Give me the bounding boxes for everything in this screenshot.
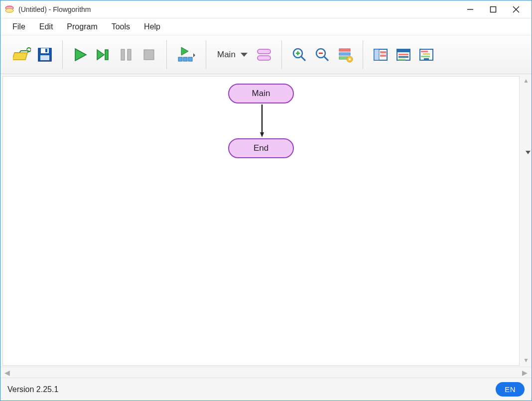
svg-rect-19: [183, 57, 187, 61]
gantt-panel-icon: [418, 47, 434, 62]
close-button[interactable]: [505, 1, 528, 17]
zoom-in-icon: [291, 47, 307, 63]
svg-rect-31: [339, 49, 350, 51]
svg-rect-13: [105, 50, 108, 60]
flow-end-node[interactable]: End: [228, 138, 294, 158]
layout-gear-icon: [337, 47, 353, 63]
zoom-out-icon: [314, 47, 330, 63]
function-manager-button[interactable]: [253, 43, 275, 66]
open-folder-icon: [13, 47, 31, 63]
menu-edit[interactable]: Edit: [32, 19, 60, 34]
toolgroup-function: Main: [208, 40, 279, 69]
svg-rect-9: [45, 49, 47, 52]
function-selector[interactable]: Main: [212, 50, 253, 60]
save-floppy-icon: [37, 47, 53, 63]
svg-rect-48: [421, 56, 430, 57]
menu-tools[interactable]: Tools: [105, 19, 137, 34]
svg-rect-16: [144, 50, 154, 60]
flow-start-label: Main: [252, 89, 270, 99]
console-button[interactable]: [392, 43, 415, 66]
svg-rect-46: [421, 51, 428, 52]
console-panel-icon: [396, 47, 411, 62]
chevron-down-icon: [241, 53, 248, 57]
pause-button[interactable]: [115, 43, 137, 66]
menu-program[interactable]: Program: [60, 19, 104, 34]
menu-help[interactable]: Help: [137, 19, 167, 34]
svg-rect-44: [399, 59, 405, 60]
stop-button[interactable]: [137, 43, 160, 66]
panel-split-icon: [373, 47, 389, 62]
svg-rect-18: [178, 57, 182, 61]
svg-line-25: [301, 57, 305, 61]
svg-rect-15: [128, 49, 131, 60]
toolbar-separator: [206, 40, 206, 69]
terminals-icon: [256, 47, 272, 62]
toolbar-overflow-icon[interactable]: [526, 149, 531, 156]
toolbar-separator: [166, 40, 167, 69]
stop-icon: [141, 47, 156, 62]
scroll-right-icon: ▶: [522, 369, 528, 377]
horizontal-scrollbar[interactable]: ◀ ▶: [0, 367, 532, 378]
svg-rect-47: [423, 53, 430, 55]
svg-marker-17: [181, 47, 188, 55]
content-area: Main End ▲ ▼: [0, 74, 532, 367]
svg-rect-23: [258, 56, 270, 60]
svg-marker-21: [193, 53, 195, 57]
flow-arrow-icon: [260, 104, 264, 139]
svg-rect-41: [397, 49, 410, 52]
source-code-button[interactable]: [415, 43, 438, 66]
svg-rect-39: [380, 55, 386, 57]
titlebar: (Untitled) - Flowgorithm: [0, 0, 532, 18]
toolbar-separator: [281, 40, 282, 69]
svg-line-29: [324, 57, 328, 61]
scroll-down-icon: ▼: [523, 357, 529, 364]
svg-rect-43: [399, 56, 408, 58]
svg-rect-42: [399, 54, 408, 55]
svg-rect-3: [491, 6, 496, 12]
svg-point-35: [349, 58, 351, 60]
svg-marker-11: [75, 49, 86, 61]
step-button[interactable]: [92, 43, 115, 66]
save-button[interactable]: [33, 43, 56, 66]
version-label: Version 2.25.1: [7, 385, 58, 394]
toolgroup-file: [6, 40, 60, 69]
zoom-out-button[interactable]: [311, 43, 334, 66]
function-selected-label: Main: [217, 50, 236, 60]
svg-rect-22: [258, 49, 270, 54]
svg-point-1: [5, 8, 13, 12]
svg-rect-37: [374, 49, 379, 60]
app-window: (Untitled) - Flowgorithm File Edit Progr…: [0, 0, 532, 401]
toolgroup-stepmode: [169, 40, 204, 69]
toolgroup-views: [365, 40, 442, 69]
svg-rect-49: [424, 58, 429, 60]
variable-watch-button[interactable]: [369, 43, 392, 66]
step-into-button[interactable]: [173, 43, 200, 66]
layout-options-button[interactable]: [334, 43, 357, 66]
statusbar: Version 2.25.1 EN: [0, 378, 532, 401]
flowchart-canvas[interactable]: Main End: [2, 76, 520, 366]
toolgroup-run: [65, 40, 164, 69]
open-button[interactable]: [10, 43, 33, 66]
svg-rect-8: [41, 48, 49, 53]
scroll-up-icon: ▲: [523, 77, 529, 84]
menu-file[interactable]: File: [5, 19, 32, 34]
svg-rect-20: [188, 57, 192, 61]
run-button[interactable]: [69, 43, 92, 66]
toolgroup-zoom: [284, 40, 361, 69]
toolbar-separator: [363, 40, 363, 69]
svg-rect-14: [121, 49, 125, 60]
step-into-icon: [176, 46, 196, 63]
flow-start-node[interactable]: Main: [228, 84, 294, 103]
svg-rect-10: [40, 55, 49, 60]
zoom-in-button[interactable]: [288, 43, 311, 66]
toolbar: Main: [0, 35, 532, 74]
maximize-button[interactable]: [482, 1, 505, 17]
language-button[interactable]: EN: [496, 382, 525, 397]
minimize-button[interactable]: [459, 1, 482, 17]
scroll-left-icon: ◀: [4, 369, 10, 377]
toolbar-separator: [62, 40, 63, 69]
vertical-scrollbar[interactable]: ▲ ▼: [521, 74, 532, 367]
play-icon: [72, 47, 88, 63]
flow-end-label: End: [254, 143, 268, 153]
svg-marker-12: [97, 50, 104, 60]
